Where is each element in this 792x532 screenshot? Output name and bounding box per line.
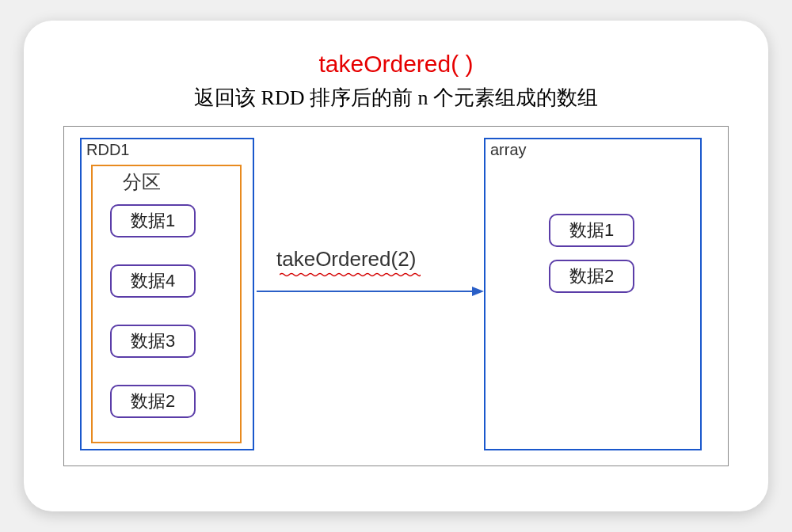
rdd-label: RDD1 (86, 141, 129, 159)
data-item: 数据3 (110, 325, 196, 358)
operation-label: takeOrdered(2) (276, 247, 416, 272)
diagram-card: takeOrdered( ) 返回该 RDD 排序后的前 n 个元素组成的数组 … (24, 21, 768, 511)
arrow-icon (257, 283, 484, 299)
partition-box: 分区 数据1 数据4 数据3 数据2 (91, 165, 242, 443)
method-description: 返回该 RDD 排序后的前 n 个元素组成的数组 (55, 84, 737, 112)
data-item: 数据4 (110, 264, 196, 298)
array-item: 数据1 (549, 214, 634, 247)
data-item: 数据2 (110, 385, 196, 418)
partition-label: 分区 (123, 169, 161, 195)
array-item: 数据2 (549, 260, 634, 293)
diagram-container: RDD1 分区 数据1 数据4 数据3 数据2 takeOrdered(2) a… (63, 126, 729, 466)
svg-marker-1 (472, 287, 484, 296)
array-label: array (490, 141, 527, 159)
spellcheck-underline-icon (280, 272, 421, 277)
method-title: takeOrdered( ) (55, 51, 737, 78)
array-box: array 数据1 数据2 (484, 138, 702, 450)
data-item: 数据1 (110, 204, 196, 238)
rdd-box: RDD1 分区 数据1 数据4 数据3 数据2 (80, 138, 254, 450)
